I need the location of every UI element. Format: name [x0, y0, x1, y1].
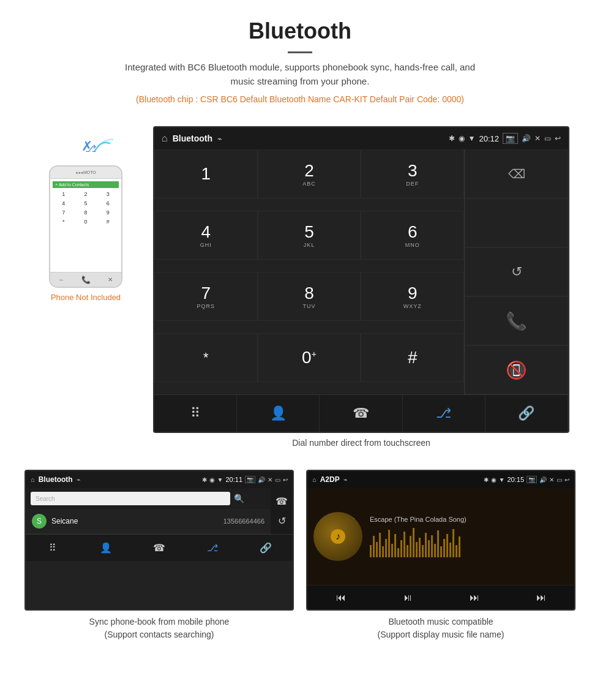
signal-icon: ▼ — [468, 134, 476, 143]
wifi-icon: ✗ ⎇ — [77, 126, 113, 162]
pb-contact-avatar: S — [32, 514, 47, 529]
music-usb-icon: ⌁ — [343, 476, 348, 484]
music-vol-icon[interactable]: 🔊 — [539, 476, 547, 483]
next-button[interactable]: ⏭ — [441, 585, 508, 609]
viz-bar — [400, 540, 402, 557]
key-2[interactable]: 2 ABC — [258, 149, 361, 198]
pb-back-icon[interactable]: ↩ — [283, 476, 288, 483]
viz-bar — [425, 533, 427, 557]
redial-icon: ↺ — [511, 264, 522, 280]
music-info: Escape (The Pina Colada Song) — [370, 516, 568, 557]
music-close-icon[interactable]: ✕ — [549, 476, 554, 483]
end-call-button[interactable]: 📵 — [465, 345, 568, 394]
key-5[interactable]: 5 JKL — [258, 211, 361, 260]
pb-toolbar-link-btn[interactable]: 🔗 — [239, 535, 293, 561]
toolbar-dialpad[interactable]: ⠿ — [154, 395, 237, 432]
pb-main-area: Search 🔍 S Seicane 13566664466 — [26, 488, 271, 534]
pb-vol-icon[interactable]: 🔊 — [258, 476, 265, 483]
keypad: 1 2 ABC 3 DEF 4 GHI — [154, 149, 465, 394]
toolbar-bluetooth[interactable]: ⎇ — [403, 395, 486, 432]
key-3[interactable]: 3 DEF — [361, 149, 464, 198]
viz-bar — [410, 536, 411, 557]
pb-title: Bluetooth — [39, 475, 73, 484]
prev-button[interactable]: ⏮ — [307, 585, 374, 609]
pb-toolbar-contacts-active[interactable]: 👤 — [79, 535, 132, 561]
page-title: Bluetooth — [12, 18, 588, 44]
bluetooth-status-icon: ✱ — [449, 134, 455, 143]
viz-bar — [459, 536, 460, 557]
pb-toolbar-bt-btn[interactable]: ⎇ — [186, 535, 239, 561]
pb-win-icon[interactable]: ▭ — [275, 476, 280, 483]
key-star[interactable]: * — [154, 333, 258, 382]
backspace-button[interactable]: ⌫ — [465, 149, 568, 198]
pb-toolbar-phone-btn[interactable]: ☎ — [132, 535, 186, 561]
status-left: ⌂ Bluetooth ⌁ — [162, 133, 222, 144]
viz-bar — [452, 529, 454, 557]
status-time: 20:12 — [479, 134, 499, 143]
status-right: ✱ ◉ ▼ 20:12 📷 🔊 ✕ ▭ ↩ — [449, 133, 561, 144]
key-8[interactable]: 8 TUV — [258, 272, 361, 321]
play-pause-button[interactable]: ⏯ — [374, 585, 441, 609]
close-icon[interactable]: ✕ — [534, 134, 541, 143]
viz-bar — [370, 545, 372, 557]
pb-contact-row: S Seicane 13566664466 — [26, 509, 271, 534]
music-home-icon[interactable]: ⌂ — [312, 476, 317, 483]
window-icon[interactable]: ▭ — [544, 134, 551, 143]
pb-bt-icon: ✱ — [202, 476, 207, 483]
camera-icon[interactable]: 📷 — [503, 133, 518, 144]
music-status-bar: ⌂ A2DP ⌁ ✱ ◉ ▼ 20:15 📷 🔊 ✕ ▭ ↩ — [307, 471, 574, 488]
viz-bar — [440, 546, 442, 557]
music-caption: Bluetooth music compatible (Support disp… — [306, 615, 576, 641]
toolbar-link[interactable]: 🔗 — [486, 395, 568, 432]
call-button[interactable]: 📞 — [465, 296, 568, 345]
phone-illustration: ✗ ⎇ ●●● MOTO + Add to Contacts 1 2 3 4 5… — [31, 126, 141, 302]
music-screen: ⌂ A2DP ⌁ ✱ ◉ ▼ 20:15 📷 🔊 ✕ ▭ ↩ — [306, 470, 576, 611]
phone-not-included-label: Phone Not Included — [51, 293, 121, 302]
viz-bar — [407, 545, 408, 557]
redial-button[interactable]: ↺ — [465, 247, 568, 296]
viz-bar — [446, 534, 448, 557]
music-cam-icon[interactable]: 📷 — [527, 476, 537, 483]
toolbar-phone[interactable]: ☎ — [320, 395, 402, 432]
pb-close-icon[interactable]: ✕ — [268, 476, 272, 483]
music-loc-icon: ◉ — [491, 476, 497, 483]
pb-contact-name: Seicane — [51, 517, 223, 525]
key-9[interactable]: 9 WXYZ — [361, 272, 464, 321]
pb-call-side-icon[interactable]: ☎ — [276, 495, 288, 507]
pb-cam-icon[interactable]: 📷 — [245, 476, 255, 483]
viz-bar — [382, 546, 384, 557]
pb-search-icon[interactable]: 🔍 — [234, 494, 244, 503]
viz-bar — [449, 543, 451, 557]
page-header: Bluetooth Integrated with BC6 Bluetooth … — [0, 0, 600, 114]
dial-caption: Dial number direct from touchscreen — [153, 438, 569, 448]
music-back-icon[interactable]: ↩ — [564, 476, 569, 483]
keypad-right: ⌫ ↺ 📞 📵 — [465, 149, 568, 394]
key-hash[interactable]: # — [361, 333, 464, 382]
key-4[interactable]: 4 GHI — [154, 211, 258, 260]
home-icon[interactable]: ⌂ — [162, 133, 168, 144]
viz-bar — [376, 542, 378, 557]
key-0[interactable]: 0+ — [258, 333, 361, 382]
music-controls: ⏮ ⏯ ⏭ ⏭ — [307, 585, 574, 609]
svg-text:⎇: ⎇ — [85, 143, 96, 154]
pb-toolbar-dialpad[interactable]: ⠿ — [26, 535, 79, 561]
viz-bar — [373, 536, 375, 557]
pb-toolbar: ⠿ 👤 ☎ ⎇ 🔗 — [26, 534, 293, 561]
volume-icon[interactable]: 🔊 — [522, 134, 531, 143]
dial-area: 1 2 ABC 3 DEF 4 GHI — [154, 149, 568, 394]
pb-reload-side-icon[interactable]: ↺ — [278, 515, 286, 527]
key-7[interactable]: 7 PQRS — [154, 272, 258, 321]
viz-bar — [385, 539, 387, 557]
pb-time: 20:11 — [225, 476, 242, 483]
key-1[interactable]: 1 — [154, 149, 258, 198]
music-item: ⌂ A2DP ⌁ ✱ ◉ ▼ 20:15 📷 🔊 ✕ ▭ ↩ — [306, 470, 576, 641]
phone-screen-header: + Add to Contacts — [53, 181, 119, 188]
music-win-icon[interactable]: ▭ — [557, 476, 562, 483]
back-icon[interactable]: ↩ — [555, 134, 561, 143]
viz-bar — [388, 530, 390, 557]
key-6[interactable]: 6 MNO — [361, 211, 464, 260]
skip-end-button[interactable]: ⏭ — [508, 585, 574, 609]
toolbar-contacts[interactable]: 👤 — [237, 395, 320, 432]
pb-contact-initial: S — [37, 517, 42, 525]
pb-home-icon[interactable]: ⌂ — [31, 476, 35, 483]
